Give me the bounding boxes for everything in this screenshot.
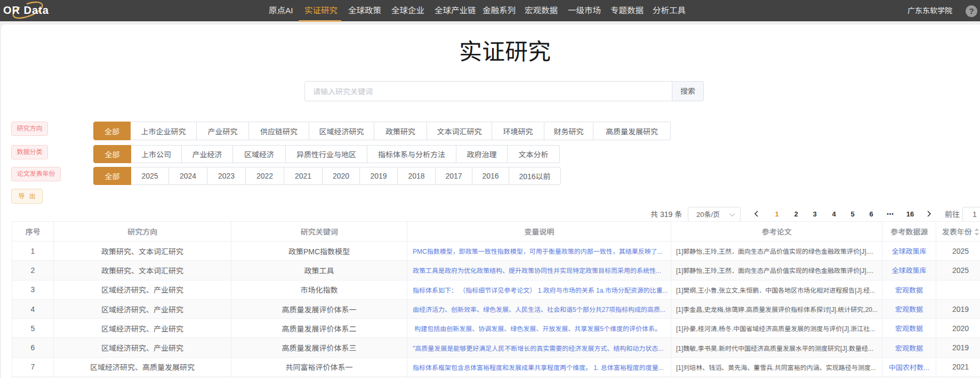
svg-text:OR Data: OR Data <box>3 4 49 16</box>
